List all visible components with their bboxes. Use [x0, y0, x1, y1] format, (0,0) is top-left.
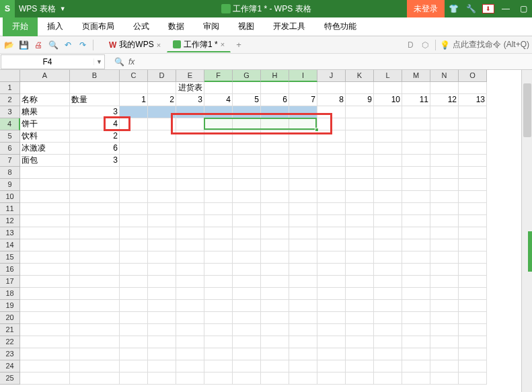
cell-F9[interactable]	[204, 179, 233, 191]
cell-C23[interactable]	[120, 348, 148, 360]
cell-G4[interactable]	[233, 118, 261, 130]
cell-E18[interactable]	[176, 288, 204, 300]
cell-A9[interactable]	[20, 179, 70, 191]
cell-J11[interactable]	[317, 203, 346, 215]
cell-N2[interactable]: 12	[430, 94, 459, 106]
cell-L20[interactable]	[374, 312, 402, 324]
save-icon[interactable]: 💾	[17, 39, 30, 51]
cell-H7[interactable]	[261, 155, 289, 167]
row-header-25[interactable]: 25	[0, 373, 20, 385]
command-search-hint[interactable]: 💡 点此查找命令 (Alt+Q)	[440, 39, 529, 50]
cell-A13[interactable]	[20, 227, 70, 239]
cell-J21[interactable]	[317, 324, 346, 336]
row-header-11[interactable]: 11	[0, 203, 20, 215]
cell-J2[interactable]: 8	[317, 94, 346, 106]
cell-M11[interactable]	[402, 203, 430, 215]
column-header-M[interactable]: M	[402, 70, 430, 82]
cell-K7[interactable]	[346, 155, 374, 167]
app-name[interactable]: WPS 表格	[15, 3, 60, 15]
cell-A16[interactable]	[20, 264, 70, 276]
cell-B18[interactable]	[70, 288, 120, 300]
cell-O25[interactable]	[459, 373, 487, 385]
fx-label[interactable]: fx	[128, 57, 135, 67]
cell-B1[interactable]	[70, 82, 120, 94]
cell-I13[interactable]	[289, 227, 317, 239]
cell-I7[interactable]	[289, 155, 317, 167]
cell-J6[interactable]	[317, 143, 346, 155]
scrollbar-thumb[interactable]	[523, 83, 531, 137]
cell-O13[interactable]	[459, 227, 487, 239]
column-header-K[interactable]: K	[346, 70, 374, 82]
cell-A21[interactable]	[20, 324, 70, 336]
cell-O23[interactable]	[459, 348, 487, 360]
cell-D2[interactable]: 2	[148, 94, 176, 106]
cell-A4[interactable]: 饼干	[20, 118, 70, 130]
name-box[interactable]: F4 ▼	[1, 54, 105, 69]
cell-G20[interactable]	[233, 312, 261, 324]
row-header-4[interactable]: 4	[0, 118, 20, 130]
cell-N16[interactable]	[430, 264, 459, 276]
cell-O10[interactable]	[459, 191, 487, 203]
cell-J20[interactable]	[317, 312, 346, 324]
cell-F21[interactable]	[204, 324, 233, 336]
cell-M13[interactable]	[402, 227, 430, 239]
cell-M25[interactable]	[402, 373, 430, 385]
cell-N25[interactable]	[430, 373, 459, 385]
cell-D4[interactable]	[148, 118, 176, 130]
cell-H24[interactable]	[261, 360, 289, 373]
cell-M18[interactable]	[402, 288, 430, 300]
cell-M17[interactable]	[402, 276, 430, 288]
cell-H11[interactable]	[261, 203, 289, 215]
cell-C3[interactable]	[120, 106, 148, 118]
cell-E3[interactable]	[176, 106, 204, 118]
cell-J3[interactable]	[317, 106, 346, 118]
cell-F7[interactable]	[204, 155, 233, 167]
cell-E11[interactable]	[176, 203, 204, 215]
column-header-N[interactable]: N	[430, 70, 459, 82]
cell-F3[interactable]	[204, 106, 233, 118]
cell-D15[interactable]	[148, 251, 176, 264]
new-tab-button[interactable]: +	[236, 40, 241, 50]
cell-G19[interactable]	[233, 300, 261, 312]
cell-A1[interactable]	[20, 82, 70, 94]
cell-F4[interactable]	[204, 118, 233, 130]
minimize-button[interactable]: —	[497, 0, 515, 17]
cell-C7[interactable]	[120, 155, 148, 167]
menu-special[interactable]: 特色功能	[315, 17, 366, 36]
cell-J8[interactable]	[317, 167, 346, 179]
undo-icon[interactable]: ↶	[62, 39, 74, 51]
cell-D24[interactable]	[148, 360, 176, 373]
cell-J15[interactable]	[317, 251, 346, 264]
cell-A24[interactable]	[20, 360, 70, 373]
cell-O16[interactable]	[459, 264, 487, 276]
select-all-corner[interactable]	[0, 70, 20, 82]
cell-F8[interactable]	[204, 167, 233, 179]
cell-A14[interactable]	[20, 239, 70, 251]
row-header-18[interactable]: 18	[0, 288, 20, 300]
cell-I24[interactable]	[289, 360, 317, 373]
row-header-7[interactable]: 7	[0, 155, 20, 167]
cell-A6[interactable]: 冰激凌	[20, 143, 70, 155]
cell-K22[interactable]	[346, 336, 374, 348]
cell-F23[interactable]	[204, 348, 233, 360]
cell-M21[interactable]	[402, 324, 430, 336]
cell-F18[interactable]	[204, 288, 233, 300]
cell-K17[interactable]	[346, 276, 374, 288]
cell-F20[interactable]	[204, 312, 233, 324]
cell-C24[interactable]	[120, 360, 148, 373]
cell-I21[interactable]	[289, 324, 317, 336]
cell-K10[interactable]	[346, 191, 374, 203]
cell-F16[interactable]	[204, 264, 233, 276]
cell-M4[interactable]	[402, 118, 430, 130]
cell-B20[interactable]	[70, 312, 120, 324]
cell-J19[interactable]	[317, 300, 346, 312]
cell-F14[interactable]	[204, 239, 233, 251]
cell-L2[interactable]: 10	[374, 94, 402, 106]
cell-E9[interactable]	[176, 179, 204, 191]
cell-G1[interactable]	[233, 82, 261, 94]
spreadsheet-grid[interactable]: ABCDEFGHIJKLMNO 123456789101112131415161…	[0, 70, 532, 392]
cell-J9[interactable]	[317, 179, 346, 191]
cell-I15[interactable]	[289, 251, 317, 264]
column-header-I[interactable]: I	[289, 70, 317, 82]
cell-D6[interactable]	[148, 143, 176, 155]
